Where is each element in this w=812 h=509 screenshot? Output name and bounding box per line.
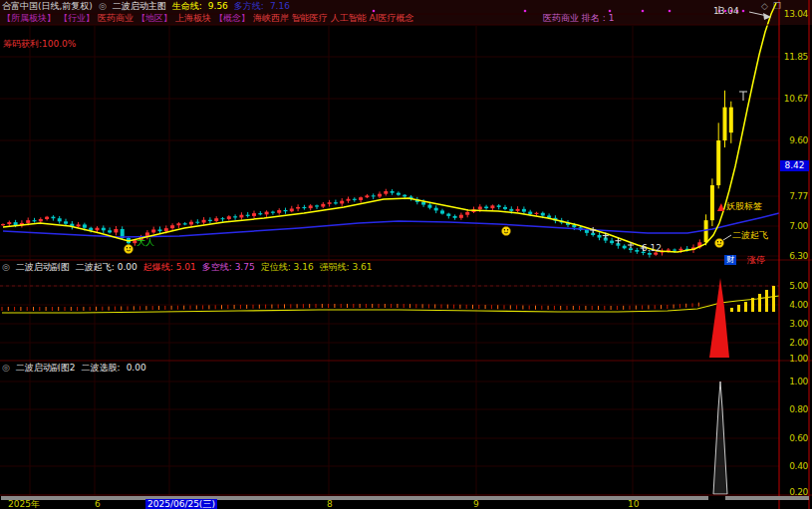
app-window: 合富中国(日线,前复权) ◎ 二波启动主图 生命线: 9.56 多方线: 7.1…	[0, 0, 812, 509]
axis-label: 5.00	[780, 281, 808, 291]
panel2-line-value: 起爆线: 5.01	[143, 262, 196, 273]
panel3-icon[interactable]: ◎	[2, 363, 10, 374]
panel2-indicator-name[interactable]: 二波启动副图	[16, 262, 70, 273]
axis-label: 0.80	[780, 404, 808, 414]
indicator-icon[interactable]: ◎	[99, 1, 107, 12]
panel3-select-label: 二波选股:	[82, 363, 121, 374]
sector-tag[interactable]: 上海板块	[175, 13, 211, 24]
sector-tag[interactable]: 【地区】	[136, 13, 172, 24]
main-indicator-name[interactable]: 二波启动主图	[113, 1, 166, 12]
axis-label: 3.00	[780, 319, 808, 329]
date-label: 9	[473, 499, 479, 509]
life-line-label: 生命线:	[172, 1, 202, 12]
sector-rank-label: 医药商业 排名：1	[543, 13, 615, 24]
panel3-select-value: 0.00	[127, 363, 146, 374]
axis-label: 7.77	[780, 191, 808, 201]
axis-label: 1.00	[780, 354, 808, 364]
marker-label-yaogu: 妖股标签	[726, 201, 762, 212]
marker-label-daren: 大人	[136, 237, 154, 248]
axis-label: 7.00	[780, 221, 808, 231]
stock-title: 合富中国(日线,前复权)	[2, 1, 93, 12]
panel2-line-value: 强弱线: 3.61	[320, 262, 373, 273]
ops-line-value: 7.16	[270, 1, 290, 12]
panel2-line-value: 二波起飞: 0.00	[76, 262, 137, 273]
panel2-icon[interactable]: ◎	[2, 262, 10, 273]
axis-label: 9.60	[780, 135, 808, 145]
chips-profit-label: 筹码获利:100.0%	[3, 39, 76, 50]
axis-label: 6.30	[780, 251, 808, 261]
diamond-icon[interactable]: ◇	[761, 1, 768, 12]
low-price-label: 6.12	[642, 243, 662, 254]
ops-line-label: 多方线:	[234, 1, 264, 12]
date-label: 8	[327, 499, 333, 509]
life-line-value: 9.56	[208, 1, 228, 12]
sector-tag[interactable]: 【行业】	[59, 13, 95, 24]
info-badge-zhangting[interactable]: 涨停	[747, 255, 765, 266]
panel2-line-value: 多空线: 3.75	[202, 262, 255, 273]
axis-label: 10.67	[780, 94, 808, 104]
axis-label: 1.00	[780, 377, 808, 386]
panel3-header: ◎ 二波启动副图2 二波选股: 0.00	[2, 363, 146, 374]
axis-label: 0.40	[780, 461, 808, 471]
axis-label: 2.00	[780, 338, 808, 348]
corner-controls: ◇ ❐	[761, 1, 781, 12]
scrollbar-thumb[interactable]	[1, 496, 708, 500]
chart-canvas[interactable]	[0, 0, 812, 509]
sector-tag[interactable]: 【概念】	[214, 13, 250, 24]
axis-label: 11.85	[780, 52, 808, 62]
panel2-line-value: 定位线: 3.16	[261, 262, 314, 273]
scrollbar-right-segment[interactable]	[725, 496, 809, 500]
high-annotation: 13.04	[713, 6, 739, 17]
axis-label: 13.04	[780, 9, 808, 19]
panel3-indicator-name[interactable]: 二波启动副图2	[16, 363, 76, 374]
sector-tag[interactable]: 医药商业	[98, 13, 134, 24]
date-label: 10	[628, 499, 639, 509]
date-label: 6	[95, 499, 101, 509]
panel2-values: 二波起飞: 0.00起爆线: 5.01多空线: 3.75定位线: 3.16强弱线…	[76, 262, 373, 273]
sector-tag[interactable]: 【所属板块】	[2, 13, 56, 24]
date-label: 2025年	[8, 499, 40, 509]
axis-label: 4.00	[780, 300, 808, 310]
marker-label-erbo: 二波起飞	[732, 230, 768, 241]
title-bar: 合富中国(日线,前复权) ◎ 二波启动主图 生命线: 9.56 多方线: 7.1…	[2, 1, 290, 12]
panel2-header: ◎ 二波启动副图 二波起飞: 0.00起爆线: 5.01多空线: 3.75定位线…	[2, 262, 373, 273]
current-price-badge: 8.42	[780, 160, 809, 171]
panel-icon[interactable]: ❐	[773, 1, 781, 12]
sector-tag[interactable]: 海峡西岸 智能医疗 人工智能 AI医疗概念	[253, 13, 413, 24]
axis-label: 0.60	[780, 433, 808, 443]
info-badge-cai[interactable]: 财	[724, 255, 736, 265]
sector-tags: 【所属板块】【行业】医药商业【地区】上海板块【概念】海峡西岸 智能医疗 人工智能…	[2, 13, 413, 24]
date-label-selected: 2025/06/25(三)	[145, 499, 217, 509]
